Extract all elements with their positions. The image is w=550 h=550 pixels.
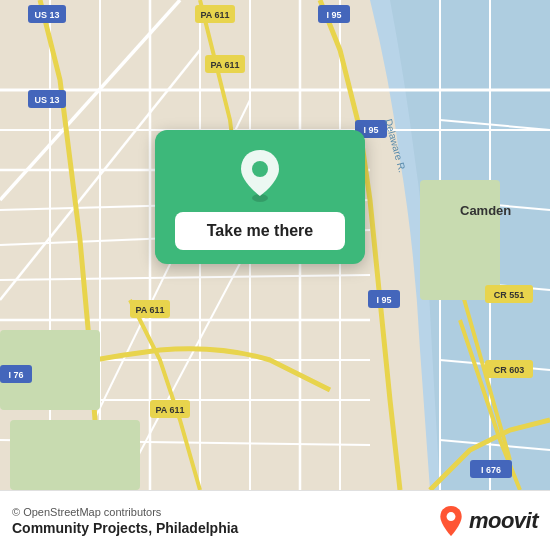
svg-rect-30 <box>10 420 140 490</box>
svg-text:CR 551: CR 551 <box>494 290 525 300</box>
map-container: I 95 I 95 I 95 US 13 US 13 PA 611 PA 611… <box>0 0 550 490</box>
map-pin-icon <box>237 148 283 202</box>
svg-point-62 <box>252 161 268 177</box>
svg-text:PA 611: PA 611 <box>200 10 229 20</box>
take-me-there-button[interactable]: Take me there <box>175 212 345 250</box>
location-label: Community Projects, Philadelphia <box>12 520 238 536</box>
svg-text:I 95: I 95 <box>326 10 341 20</box>
bottom-bar: © OpenStreetMap contributors Community P… <box>0 490 550 550</box>
svg-text:PA 611: PA 611 <box>135 305 164 315</box>
svg-text:Camden: Camden <box>460 203 511 218</box>
moovit-pin-icon <box>437 505 465 537</box>
bottom-left-info: © OpenStreetMap contributors Community P… <box>12 506 238 536</box>
svg-text:I 676: I 676 <box>481 465 501 475</box>
svg-text:CR 603: CR 603 <box>494 365 525 375</box>
svg-text:I 95: I 95 <box>363 125 378 135</box>
svg-text:PA 611: PA 611 <box>155 405 184 415</box>
moovit-logo: moovit <box>437 505 538 537</box>
attribution-text: © OpenStreetMap contributors <box>12 506 238 518</box>
map-popup: Take me there <box>155 130 365 264</box>
moovit-brand-text: moovit <box>469 508 538 534</box>
svg-text:US 13: US 13 <box>34 95 59 105</box>
svg-text:PA 611: PA 611 <box>210 60 239 70</box>
svg-rect-31 <box>420 180 500 300</box>
svg-text:I 95: I 95 <box>376 295 391 305</box>
svg-point-63 <box>446 512 455 521</box>
svg-text:I 76: I 76 <box>8 370 23 380</box>
svg-text:US 13: US 13 <box>34 10 59 20</box>
